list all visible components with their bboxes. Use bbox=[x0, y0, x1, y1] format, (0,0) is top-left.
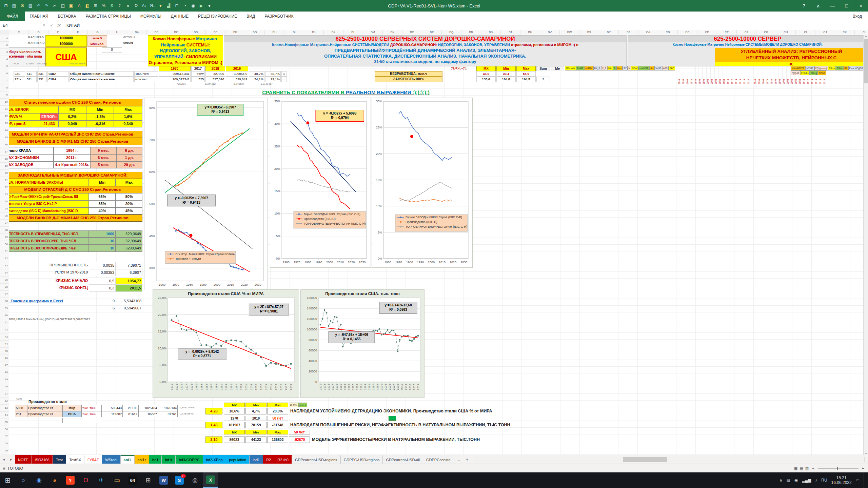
cell[interactable]: 70159 bbox=[245, 422, 267, 428]
cell[interactable]: 0,049 bbox=[58, 120, 86, 127]
tray-app-icon-2[interactable]: ◉ bbox=[794, 478, 798, 483]
cell[interactable]: ПОТРЕБНОСТЬ В УПРАВЛЕНЦАХ, ТЫС.ЧЕЛ. bbox=[3, 230, 89, 238]
sheet-tab-Test[interactable]: Test bbox=[53, 455, 66, 464]
column-header[interactable]: BK bbox=[324, 30, 343, 35]
col-header-2019[interactable]: 2019 bbox=[226, 66, 248, 71]
skype-icon[interactable]: S9+ bbox=[172, 472, 187, 488]
cell[interactable]: 9 bbox=[89, 298, 116, 305]
zoom-thumb[interactable] bbox=[837, 467, 838, 470]
sheet-tab-WSteel[interactable]: WSteel bbox=[102, 455, 120, 464]
row-header[interactable]: 33 bbox=[0, 262, 9, 269]
row-header[interactable]: 26 bbox=[0, 212, 9, 220]
cell[interactable]: 1000000 bbox=[45, 41, 87, 47]
print-icon[interactable]: ▥ bbox=[27, 3, 34, 9]
cell[interactable]: 327,096 bbox=[205, 77, 225, 82]
cell[interactable]: 8,346537 bbox=[217, 82, 244, 85]
cell[interactable]: Торговля + Услуги ISIC G-H+J-P bbox=[3, 200, 89, 207]
row-header[interactable]: 10 bbox=[0, 99, 9, 106]
zoom-icon[interactable]: ◔ bbox=[182, 3, 188, 9]
row-header[interactable]: 59 bbox=[0, 447, 9, 454]
sheet-tab-R2+b0[interactable]: R2+b0 bbox=[274, 455, 292, 464]
obs-icon[interactable]: ◎ bbox=[187, 472, 203, 488]
cell[interactable]: 5,5343168 bbox=[116, 298, 142, 305]
row-header[interactable]: 29 bbox=[0, 234, 9, 241]
row-header[interactable]: 57 bbox=[0, 433, 9, 440]
row-header[interactable]: 56 bbox=[0, 426, 9, 433]
scroll-up-icon[interactable]: ▲ bbox=[864, 35, 868, 37]
cell[interactable]: ПОТРЕБНОСТЬ В ЭКОНОМРАЗВЕДКЕ, ЧЕЛ. bbox=[3, 245, 89, 252]
col-header-2017[interactable]: 2017 bbox=[191, 66, 205, 71]
filter-icon[interactable]: ▼ bbox=[157, 3, 164, 9]
column-header[interactable]: C bbox=[9, 30, 29, 35]
cell[interactable]: 164,5 bbox=[516, 77, 536, 82]
row-header[interactable]: 46 bbox=[0, 355, 9, 362]
cell[interactable]: 81612 bbox=[123, 411, 138, 417]
column-header[interactable]: CK bbox=[835, 30, 855, 35]
row-header[interactable]: 25 bbox=[0, 205, 9, 212]
zoom-slider[interactable] bbox=[818, 468, 859, 469]
cell[interactable]: 40,7% bbox=[249, 71, 264, 77]
scroll-thumb[interactable] bbox=[864, 39, 868, 83]
sheet-tab-bd2-XPop[interactable]: bd2-XPop bbox=[203, 455, 226, 464]
cell[interactable]: 329,649 bbox=[226, 77, 248, 82]
excel-icon[interactable]: X bbox=[203, 472, 218, 488]
sheet-tab-population[interactable]: population bbox=[226, 455, 250, 464]
cell[interactable]: см. Точечная диаграмма в Excel bbox=[3, 298, 89, 305]
column-header[interactable]: H bbox=[107, 30, 127, 35]
cell[interactable]: 80% bbox=[116, 193, 142, 200]
cell[interactable]: 6 bbox=[89, 305, 116, 312]
column-header[interactable]: BT bbox=[501, 30, 520, 35]
row-header[interactable]: 16 bbox=[0, 141, 9, 148]
cell[interactable]: = bbox=[281, 71, 287, 77]
kosmo-banner[interactable]: Космо-Ноосферные Матрично-Нейронные СИСТ… bbox=[148, 35, 223, 66]
zoom-in-button[interactable]: + bbox=[862, 466, 864, 470]
language-indicator[interactable]: RU bbox=[821, 478, 827, 483]
cell[interactable]: 4-х Кратный 2018г. bbox=[54, 161, 90, 168]
cell[interactable]: 45% bbox=[116, 207, 142, 215]
app-grid-icon[interactable]: ⊞ bbox=[140, 472, 156, 488]
column-header[interactable]: BB bbox=[147, 30, 166, 35]
row-header[interactable]: 22 bbox=[0, 184, 9, 191]
ribbon-tab-6[interactable]: ДАННЫЕ bbox=[166, 12, 193, 21]
row-header[interactable]: 4 bbox=[0, 56, 9, 63]
cell[interactable]: 21,433 bbox=[40, 120, 58, 127]
row-header[interactable]: 52 bbox=[0, 398, 9, 405]
row-header[interactable]: 43 bbox=[0, 333, 9, 341]
column-header[interactable]: CJ bbox=[815, 30, 835, 35]
row-header[interactable]: 7 bbox=[0, 77, 9, 84]
column-header[interactable]: CE bbox=[717, 30, 737, 35]
column-header[interactable]: BR bbox=[461, 30, 481, 35]
cell[interactable]: +2ВЛ01 bbox=[159, 82, 186, 85]
cell[interactable]: 1825484 bbox=[138, 405, 158, 411]
row-header[interactable]: 8 bbox=[0, 84, 9, 92]
cell[interactable]: 511 bbox=[26, 77, 37, 82]
app-64-icon[interactable]: 64 bbox=[125, 472, 140, 488]
col-header-mx[interactable]: МХ bbox=[476, 66, 496, 71]
row-header[interactable]: 45 bbox=[0, 348, 9, 355]
col-header-mx[interactable]: МХ bbox=[224, 403, 245, 407]
sheet-tab-GDPcurrent-USD-regions[interactable]: GDPcurrent-USD-regions bbox=[292, 455, 341, 464]
firefox-icon[interactable]: ◕ bbox=[47, 472, 62, 488]
cell[interactable]: -1,0149417 bbox=[245, 82, 273, 85]
cell[interactable]: 4,7% bbox=[245, 408, 267, 414]
col-header-sum[interactable]: Sum bbox=[536, 66, 550, 71]
excel-logo[interactable]: ⊞ bbox=[3, 3, 9, 9]
row-header[interactable]: 19 bbox=[0, 163, 9, 170]
cell[interactable]: 0,5 bbox=[89, 278, 116, 285]
cell[interactable]: 50 Лет bbox=[289, 430, 310, 435]
column-header[interactable]: BW bbox=[560, 30, 579, 35]
cell[interactable]: 86023 bbox=[224, 436, 245, 443]
row-header[interactable]: 35 bbox=[0, 277, 9, 284]
sheet-tab-bd1[interactable]: bd1 bbox=[149, 455, 162, 464]
cell[interactable]: тыс. тонн bbox=[81, 405, 102, 411]
column-header[interactable]: BC bbox=[166, 30, 186, 35]
cell[interactable]: 10 bbox=[89, 238, 116, 245]
tabs-overflow-icon[interactable]: … bbox=[454, 455, 463, 464]
redo-icon[interactable]: ↷ bbox=[43, 3, 50, 9]
cell[interactable]: 9 мес. bbox=[90, 147, 116, 154]
opera-icon[interactable]: O bbox=[78, 472, 94, 488]
ribbon-tab-1[interactable]: ФАЙЛ bbox=[0, 12, 25, 21]
view-mode-icon-1[interactable]: ▦ bbox=[794, 466, 797, 471]
cell[interactable]: -1,5% bbox=[86, 113, 114, 120]
tab-scroll-right-icon[interactable]: ► bbox=[7, 455, 15, 464]
